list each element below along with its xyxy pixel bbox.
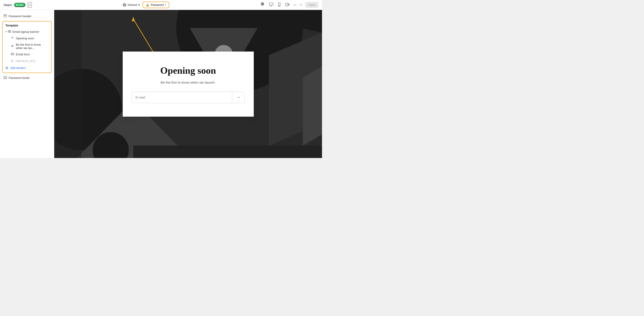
save-button[interactable]: Save [305,2,318,8]
cursor-icon [261,2,265,6]
password-dropdown-label: Password [151,3,164,6]
banner-icon [8,30,11,34]
sidebar-item-password-header[interactable]: Password header [0,13,54,20]
svg-rect-6 [262,4,264,5]
email-form: → [132,92,245,103]
main-layout: Password header Template ▾ Email signup … [0,10,322,158]
sidebar: Password header Template ▾ Email signup … [0,10,54,158]
undo-button[interactable]: ↩ [292,2,297,8]
default-dropdown-button[interactable]: Default ▾ [123,3,140,7]
desktop-icon [269,2,273,6]
svg-rect-36 [133,146,322,158]
opening-soon-label: Opening soon [16,36,34,40]
mobile-icon [277,2,281,6]
sidebar-item-label: Password header [8,14,32,18]
app-name: Dawn [4,3,12,7]
live-badge[interactable]: Live [14,3,25,7]
live-label: Live [18,4,23,6]
password-footer-label: Password footer [8,76,30,80]
password-dropdown-button[interactable]: 🔒 Password ▾ [142,2,169,8]
svg-rect-4 [262,3,264,4]
template-section: Template ▾ Email signup banner [2,21,52,73]
svg-rect-12 [286,3,288,6]
plus-circle-disabled-icon: ⊕ [11,59,14,62]
topbar-left: Dawn Live ··· [4,2,32,8]
email-signup-banner-label: Email signup banner [12,30,39,34]
redo-button[interactable]: ↪ [298,2,303,8]
svg-marker-39 [303,66,322,146]
default-label: Default [128,3,137,6]
section-icon [4,14,7,18]
background-canvas: Opening soon Be the first to know when w… [54,10,322,158]
multi-view-button[interactable] [284,2,290,8]
topbar: Dawn Live ··· Default ▾ 🔒 Password ▾ [0,0,322,10]
form-icon [11,52,14,56]
svg-point-11 [279,6,280,6]
svg-rect-5 [261,4,262,5]
select-tool-button[interactable] [260,2,266,8]
svg-rect-35 [54,10,81,158]
sidebar-item-password-footer[interactable]: Password footer [0,74,54,81]
email-submit-button[interactable]: → [232,92,244,103]
be-first-label: Be the first to know when we lau... [16,43,48,50]
email-input[interactable] [132,92,232,103]
lock-icon: 🔒 [146,3,149,6]
svg-rect-16 [8,30,11,32]
content-card: Opening soon Be the first to know when w… [123,52,254,117]
svg-rect-26 [4,76,6,79]
add-section-label: Add section [10,66,26,70]
live-dot [16,4,18,6]
text-block-icon [11,44,14,48]
plus-circle-icon: ⊕ [6,66,8,70]
sidebar-item-email-signup-banner[interactable]: ▾ Email signup banner [3,28,51,35]
add-block-label: Add block (3/3) [15,59,35,62]
opening-soon-title: Opening soon [132,65,245,76]
footer-icon [4,76,7,80]
undo-redo-group: ↩ ↪ [292,2,303,8]
mobile-view-button[interactable] [276,2,282,8]
globe-icon [123,3,126,7]
email-form-label: Email form [16,53,30,56]
svg-rect-3 [261,3,262,4]
svg-rect-13 [288,4,289,6]
topbar-right: ↩ ↪ Save [260,2,318,8]
sidebar-item-email-form[interactable]: Email form [3,51,51,58]
chevron-down-icon: ▾ [6,30,6,33]
add-section-button[interactable]: ⊕ Add section [3,64,51,72]
topbar-center: Default ▾ 🔒 Password ▾ [123,2,169,8]
default-chevron-icon: ▾ [138,3,140,6]
multi-view-icon [286,2,290,6]
opening-soon-subtitle: Be the first to know when we launch. [132,80,245,84]
password-chevron-icon: ▾ [165,4,166,6]
sidebar-item-opening-soon[interactable]: Opening soon [3,35,51,42]
text-icon [11,36,14,40]
more-options-button[interactable]: ··· [28,2,32,8]
svg-rect-14 [4,15,6,17]
sidebar-item-be-first[interactable]: Be the first to know when we lau... [3,42,51,51]
svg-rect-7 [269,3,273,6]
canvas: Opening soon Be the first to know when w… [54,10,322,158]
template-title: Template [3,22,51,28]
desktop-view-button[interactable] [268,2,274,8]
add-block-button: ⊕ Add block (3/3) [3,58,51,64]
